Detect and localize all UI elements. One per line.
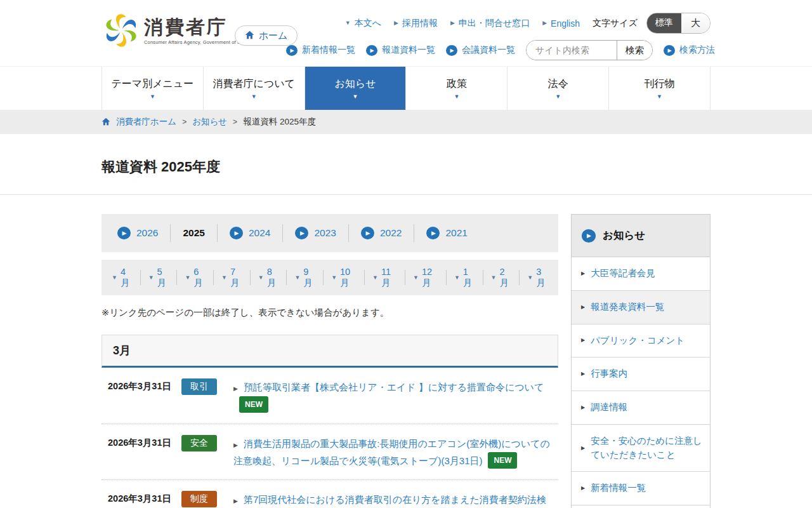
press-materials-list-link[interactable]: ▶ 報道資料一覧 <box>366 44 435 56</box>
font-size-label: 文字サイズ <box>593 18 638 29</box>
triangle-down-icon: ▼ <box>221 275 227 281</box>
triangle-right-icon: ▶ <box>581 271 585 276</box>
site-header: 消費者庁 Consumer Affairs Agency, Government… <box>0 0 812 67</box>
sidebar-item-public-comment[interactable]: ▶ パブリック・コメント <box>572 324 710 358</box>
month-link-6[interactable]: ▼6月 <box>177 270 214 285</box>
year-tab-2025-current: 2025 <box>171 224 217 242</box>
news-link[interactable]: 第7回現代社会における消費者取引の在り方を踏まえた消費者契約法検討会ワーキンググ… <box>233 494 546 508</box>
site-search-input[interactable] <box>527 41 617 60</box>
nav-news[interactable]: お知らせ ▼ <box>305 67 407 110</box>
month-link-8[interactable]: ▼8月 <box>251 270 287 285</box>
triangle-down-icon: ▼ <box>345 20 351 26</box>
month-link-11[interactable]: ▼11月 <box>365 270 405 285</box>
triangle-down-icon: ▼ <box>657 94 662 100</box>
search-help-link[interactable]: ▶ 検索方法 <box>664 44 715 56</box>
month-link-3[interactable]: ▼3月 <box>520 270 556 285</box>
skip-to-content-link[interactable]: ▼ 本文へ <box>345 18 381 29</box>
sidebar-item-cutoff[interactable] <box>572 505 710 508</box>
arrow-right-circle-icon: ▶ <box>366 45 377 56</box>
nav-about-agency[interactable]: 消費者庁について ▼ <box>204 67 305 110</box>
year-tab-2022[interactable]: ▶ 2022 <box>349 224 414 242</box>
triangle-right-icon: ▶ <box>233 442 238 448</box>
category-badge: 制度 <box>181 491 217 507</box>
new-badge: NEW <box>239 396 268 413</box>
font-size-standard-button[interactable]: 標準 <box>647 13 681 33</box>
triangle-down-icon: ▼ <box>148 275 154 281</box>
year-tab-2023[interactable]: ▶ 2023 <box>283 224 348 242</box>
year-tab-2026[interactable]: ▶ 2026 <box>105 224 171 242</box>
nav-laws[interactable]: 法令 ▼ <box>508 67 609 110</box>
month-link-4[interactable]: ▼4月 <box>104 270 141 285</box>
arrow-right-circle-icon: ▶ <box>582 229 596 243</box>
news-date: 2026年3月31日 <box>108 378 176 392</box>
sidebar-item-procurement[interactable]: ▶ 調達情報 <box>572 391 710 425</box>
breadcrumb-section-link[interactable]: お知らせ <box>192 116 227 128</box>
search-button[interactable]: 検索 <box>617 41 652 60</box>
triangle-down-icon: ▼ <box>353 94 358 100</box>
site-search: 検索 <box>526 40 653 60</box>
sidebar-item-safety-cautions[interactable]: ▶ 安全・安心のために注意していただきたいこと <box>572 425 710 472</box>
triangle-right-icon: ▶ <box>581 486 585 491</box>
english-link[interactable]: ▶ English <box>542 18 580 29</box>
triangle-right-icon: ▶ <box>581 305 585 310</box>
arrow-right-circle-icon: ▶ <box>361 227 374 239</box>
sidebar-item-events[interactable]: ▶ 行事案内 <box>572 358 710 391</box>
triangle-down-icon: ▼ <box>258 275 264 281</box>
nav-theme-menu[interactable]: テーマ別メニュー ▼ <box>102 67 204 110</box>
sidebar-item-press-conference[interactable]: ▶ 大臣等記者会見 <box>572 257 710 291</box>
font-size-toggle: 標準 大 <box>646 13 710 34</box>
arrow-right-circle-icon: ▶ <box>295 227 308 239</box>
contact-window-link[interactable]: ▶ 申出・問合せ窓口 <box>450 18 530 29</box>
month-link-1[interactable]: ▼1月 <box>447 270 483 285</box>
triangle-down-icon: ▼ <box>185 275 190 281</box>
nav-policy[interactable]: 政策 ▼ <box>406 67 508 110</box>
triangle-right-icon: ▶ <box>581 338 585 343</box>
arrow-right-circle-icon: ▶ <box>664 45 675 56</box>
month-links: ▼4月 ▼5月 ▼6月 ▼7月 ▼8月 ▼9月 ▼10月 ▼11月 ▼12月 ▼… <box>102 260 558 295</box>
month-link-10[interactable]: ▼10月 <box>324 270 365 285</box>
month-link-12[interactable]: ▼12月 <box>405 270 447 285</box>
quick-links-row: ▶ 新着情報一覧 ▶ 報道資料一覧 ▶ 会議資料一覧 検索 ▶ 検索方法 <box>286 40 715 60</box>
category-badge: 取引 <box>181 378 217 395</box>
new-info-list-link[interactable]: ▶ 新着情報一覧 <box>286 44 355 56</box>
triangle-down-icon: ▼ <box>150 94 155 100</box>
category-badge: 安全 <box>181 435 217 451</box>
recruit-link[interactable]: ▶ 採用情報 <box>394 18 438 29</box>
triangle-right-icon: ▶ <box>233 498 238 504</box>
triangle-right-icon: ▶ <box>233 385 238 392</box>
year-tab-2024[interactable]: ▶ 2024 <box>218 224 283 242</box>
month-link-7[interactable]: ▼7月 <box>214 270 251 285</box>
agency-logo[interactable]: 消費者庁 Consumer Affairs Agency, Government… <box>103 10 251 51</box>
triangle-down-icon: ▼ <box>112 275 117 281</box>
month-link-2[interactable]: ▼2月 <box>483 270 520 285</box>
utility-links: ▼ 本文へ ▶ 採用情報 ▶ 申出・問合せ窓口 ▶ English 文字サイズ … <box>345 13 710 34</box>
triangle-down-icon: ▼ <box>294 275 300 281</box>
news-link[interactable]: 預託等取引業者【株式会社リア・エイド 】に対する措置命令について <box>244 382 544 392</box>
triangle-down-icon: ▼ <box>454 94 459 100</box>
pinwheel-logo-icon <box>103 10 139 51</box>
home-icon <box>245 30 254 39</box>
arrow-right-circle-icon: ▶ <box>426 227 440 239</box>
month-link-5[interactable]: ▼5月 <box>141 270 178 285</box>
arrow-right-circle-icon: ▶ <box>446 45 457 56</box>
triangle-down-icon: ▼ <box>331 275 337 281</box>
news-item: 2026年3月31日 取引 ▶預託等取引業者【株式会社リア・エイド 】に対する措… <box>102 368 558 424</box>
agency-name-english: Consumer Affairs Agency, Government of J… <box>144 39 251 45</box>
arrow-right-circle-icon: ▶ <box>230 227 243 239</box>
year-tab-2021[interactable]: ▶ 2021 <box>414 224 479 242</box>
news-date: 2026年3月31日 <box>108 491 176 505</box>
sidebar-item-new-info-list[interactable]: ▶ 新着情報一覧 <box>572 472 710 505</box>
breadcrumb-home-link[interactable]: 消費者庁ホーム <box>116 116 176 128</box>
triangle-down-icon: ▼ <box>555 94 561 100</box>
year-tabs: ▶ 2026 2025 ▶ 2024 ▶ 2023 ▶ 2022 ▶ 2021 <box>102 214 558 252</box>
nav-publications[interactable]: 刊行物 ▼ <box>609 67 710 110</box>
page-title: 報道資料 2025年度 <box>102 157 812 177</box>
month-link-9[interactable]: ▼9月 <box>287 270 324 285</box>
sidebar-item-press-release-list[interactable]: ▶ 報道発表資料一覧 <box>572 291 710 324</box>
meeting-materials-list-link[interactable]: ▶ 会議資料一覧 <box>446 44 515 56</box>
sidebar-title: ▶ お知らせ <box>572 215 710 257</box>
breadcrumb-current: 報道資料 2025年度 <box>243 116 316 128</box>
triangle-down-icon: ▼ <box>527 275 533 281</box>
home-icon <box>102 117 110 126</box>
font-size-large-button[interactable]: 大 <box>681 13 710 33</box>
